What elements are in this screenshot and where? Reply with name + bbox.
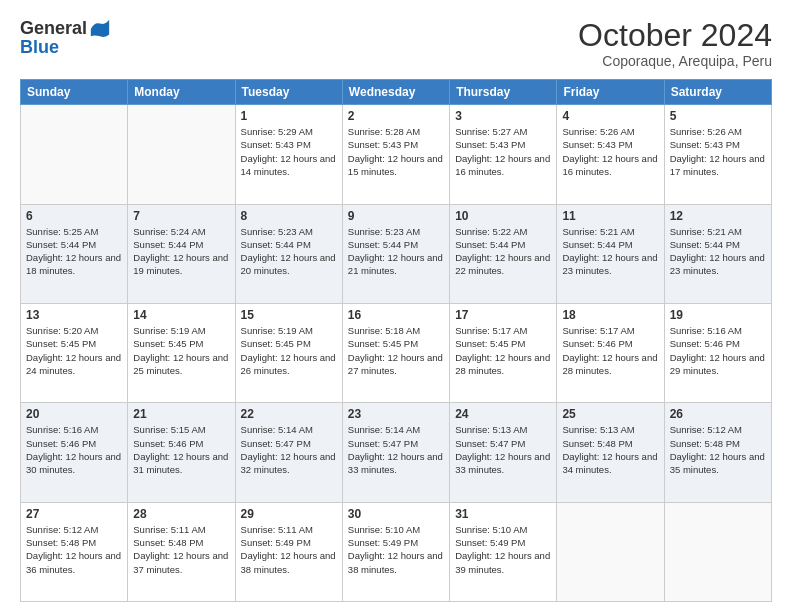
day-number: 19 (670, 308, 766, 322)
table-row: 10Sunrise: 5:22 AM Sunset: 5:44 PM Dayli… (450, 204, 557, 303)
calendar-week-5: 27Sunrise: 5:12 AM Sunset: 5:48 PM Dayli… (21, 502, 772, 601)
calendar-week-3: 13Sunrise: 5:20 AM Sunset: 5:45 PM Dayli… (21, 303, 772, 402)
table-row: 15Sunrise: 5:19 AM Sunset: 5:45 PM Dayli… (235, 303, 342, 402)
day-info: Sunrise: 5:19 AM Sunset: 5:45 PM Dayligh… (241, 324, 337, 377)
day-number: 21 (133, 407, 229, 421)
logo-blue: Blue (20, 38, 59, 58)
table-row: 3Sunrise: 5:27 AM Sunset: 5:43 PM Daylig… (450, 105, 557, 204)
calendar-week-2: 6Sunrise: 5:25 AM Sunset: 5:44 PM Daylig… (21, 204, 772, 303)
day-info: Sunrise: 5:26 AM Sunset: 5:43 PM Dayligh… (670, 125, 766, 178)
day-info: Sunrise: 5:26 AM Sunset: 5:43 PM Dayligh… (562, 125, 658, 178)
day-number: 10 (455, 209, 551, 223)
day-number: 23 (348, 407, 444, 421)
day-info: Sunrise: 5:28 AM Sunset: 5:43 PM Dayligh… (348, 125, 444, 178)
table-row: 22Sunrise: 5:14 AM Sunset: 5:47 PM Dayli… (235, 403, 342, 502)
header-tuesday: Tuesday (235, 80, 342, 105)
table-row: 6Sunrise: 5:25 AM Sunset: 5:44 PM Daylig… (21, 204, 128, 303)
table-row: 26Sunrise: 5:12 AM Sunset: 5:48 PM Dayli… (664, 403, 771, 502)
table-row: 30Sunrise: 5:10 AM Sunset: 5:49 PM Dayli… (342, 502, 449, 601)
day-number: 27 (26, 507, 122, 521)
location: Coporaque, Arequipa, Peru (578, 53, 772, 69)
header-wednesday: Wednesday (342, 80, 449, 105)
day-info: Sunrise: 5:17 AM Sunset: 5:45 PM Dayligh… (455, 324, 551, 377)
table-row: 13Sunrise: 5:20 AM Sunset: 5:45 PM Dayli… (21, 303, 128, 402)
table-row: 1Sunrise: 5:29 AM Sunset: 5:43 PM Daylig… (235, 105, 342, 204)
table-row (21, 105, 128, 204)
day-number: 28 (133, 507, 229, 521)
table-row: 7Sunrise: 5:24 AM Sunset: 5:44 PM Daylig… (128, 204, 235, 303)
day-info: Sunrise: 5:11 AM Sunset: 5:48 PM Dayligh… (133, 523, 229, 576)
table-row: 11Sunrise: 5:21 AM Sunset: 5:44 PM Dayli… (557, 204, 664, 303)
table-row: 14Sunrise: 5:19 AM Sunset: 5:45 PM Dayli… (128, 303, 235, 402)
day-info: Sunrise: 5:18 AM Sunset: 5:45 PM Dayligh… (348, 324, 444, 377)
day-info: Sunrise: 5:16 AM Sunset: 5:46 PM Dayligh… (26, 423, 122, 476)
table-row: 29Sunrise: 5:11 AM Sunset: 5:49 PM Dayli… (235, 502, 342, 601)
weekday-header-row: Sunday Monday Tuesday Wednesday Thursday… (21, 80, 772, 105)
title-block: October 2024 Coporaque, Arequipa, Peru (578, 18, 772, 69)
day-info: Sunrise: 5:24 AM Sunset: 5:44 PM Dayligh… (133, 225, 229, 278)
day-number: 22 (241, 407, 337, 421)
day-number: 9 (348, 209, 444, 223)
table-row: 17Sunrise: 5:17 AM Sunset: 5:45 PM Dayli… (450, 303, 557, 402)
day-info: Sunrise: 5:13 AM Sunset: 5:48 PM Dayligh… (562, 423, 658, 476)
logo-general: General (20, 19, 87, 39)
day-info: Sunrise: 5:27 AM Sunset: 5:43 PM Dayligh… (455, 125, 551, 178)
day-info: Sunrise: 5:22 AM Sunset: 5:44 PM Dayligh… (455, 225, 551, 278)
table-row: 4Sunrise: 5:26 AM Sunset: 5:43 PM Daylig… (557, 105, 664, 204)
day-number: 12 (670, 209, 766, 223)
day-info: Sunrise: 5:29 AM Sunset: 5:43 PM Dayligh… (241, 125, 337, 178)
day-number: 1 (241, 109, 337, 123)
day-number: 17 (455, 308, 551, 322)
table-row: 8Sunrise: 5:23 AM Sunset: 5:44 PM Daylig… (235, 204, 342, 303)
day-number: 18 (562, 308, 658, 322)
table-row: 12Sunrise: 5:21 AM Sunset: 5:44 PM Dayli… (664, 204, 771, 303)
day-info: Sunrise: 5:16 AM Sunset: 5:46 PM Dayligh… (670, 324, 766, 377)
day-number: 29 (241, 507, 337, 521)
calendar-week-4: 20Sunrise: 5:16 AM Sunset: 5:46 PM Dayli… (21, 403, 772, 502)
table-row: 20Sunrise: 5:16 AM Sunset: 5:46 PM Dayli… (21, 403, 128, 502)
day-info: Sunrise: 5:12 AM Sunset: 5:48 PM Dayligh… (670, 423, 766, 476)
table-row (664, 502, 771, 601)
table-row: 16Sunrise: 5:18 AM Sunset: 5:45 PM Dayli… (342, 303, 449, 402)
day-info: Sunrise: 5:23 AM Sunset: 5:44 PM Dayligh… (348, 225, 444, 278)
day-info: Sunrise: 5:23 AM Sunset: 5:44 PM Dayligh… (241, 225, 337, 278)
calendar-table: Sunday Monday Tuesday Wednesday Thursday… (20, 79, 772, 602)
day-info: Sunrise: 5:25 AM Sunset: 5:44 PM Dayligh… (26, 225, 122, 278)
header: General Blue October 2024 Coporaque, Are… (20, 18, 772, 69)
day-info: Sunrise: 5:13 AM Sunset: 5:47 PM Dayligh… (455, 423, 551, 476)
table-row: 19Sunrise: 5:16 AM Sunset: 5:46 PM Dayli… (664, 303, 771, 402)
table-row: 28Sunrise: 5:11 AM Sunset: 5:48 PM Dayli… (128, 502, 235, 601)
table-row: 24Sunrise: 5:13 AM Sunset: 5:47 PM Dayli… (450, 403, 557, 502)
day-number: 24 (455, 407, 551, 421)
day-number: 11 (562, 209, 658, 223)
day-info: Sunrise: 5:20 AM Sunset: 5:45 PM Dayligh… (26, 324, 122, 377)
table-row: 23Sunrise: 5:14 AM Sunset: 5:47 PM Dayli… (342, 403, 449, 502)
day-info: Sunrise: 5:19 AM Sunset: 5:45 PM Dayligh… (133, 324, 229, 377)
day-number: 5 (670, 109, 766, 123)
day-info: Sunrise: 5:12 AM Sunset: 5:48 PM Dayligh… (26, 523, 122, 576)
header-monday: Monday (128, 80, 235, 105)
day-number: 15 (241, 308, 337, 322)
day-info: Sunrise: 5:10 AM Sunset: 5:49 PM Dayligh… (455, 523, 551, 576)
page: General Blue October 2024 Coporaque, Are… (0, 0, 792, 612)
day-info: Sunrise: 5:10 AM Sunset: 5:49 PM Dayligh… (348, 523, 444, 576)
table-row: 25Sunrise: 5:13 AM Sunset: 5:48 PM Dayli… (557, 403, 664, 502)
logo-icon (89, 18, 111, 40)
month-title: October 2024 (578, 18, 772, 53)
day-number: 20 (26, 407, 122, 421)
table-row: 27Sunrise: 5:12 AM Sunset: 5:48 PM Dayli… (21, 502, 128, 601)
table-row (557, 502, 664, 601)
day-info: Sunrise: 5:15 AM Sunset: 5:46 PM Dayligh… (133, 423, 229, 476)
table-row (128, 105, 235, 204)
day-number: 2 (348, 109, 444, 123)
logo: General Blue (20, 18, 111, 58)
day-number: 6 (26, 209, 122, 223)
day-number: 4 (562, 109, 658, 123)
table-row: 31Sunrise: 5:10 AM Sunset: 5:49 PM Dayli… (450, 502, 557, 601)
day-number: 16 (348, 308, 444, 322)
header-friday: Friday (557, 80, 664, 105)
day-number: 3 (455, 109, 551, 123)
day-number: 14 (133, 308, 229, 322)
table-row: 5Sunrise: 5:26 AM Sunset: 5:43 PM Daylig… (664, 105, 771, 204)
day-info: Sunrise: 5:21 AM Sunset: 5:44 PM Dayligh… (562, 225, 658, 278)
